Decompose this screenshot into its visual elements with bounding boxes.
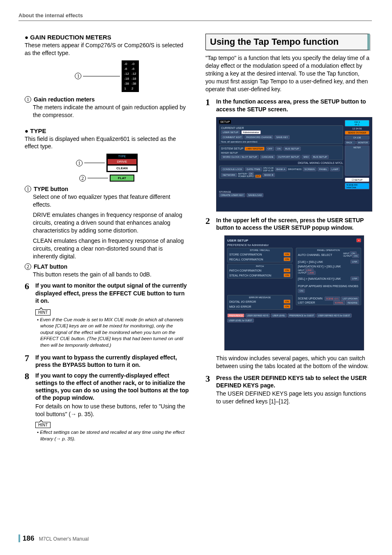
- type-callout-2: 2 FLAT button: [25, 263, 189, 270]
- type-heading: TYPE: [25, 127, 189, 134]
- step-2-text: In the upper left of the screen, press t…: [216, 216, 370, 231]
- hint-label-1: HINT: [35, 309, 51, 315]
- callout-1-number-type: 1: [25, 186, 31, 192]
- gain-reduction-intro: These meters appear if Comp276/S or Comp…: [25, 41, 189, 57]
- header-rule: [18, 21, 372, 21]
- gr-callout-1-title: Gain reduction meters: [34, 96, 95, 103]
- gain-reduction-heading: GAIN REDUCTION METERS: [25, 34, 189, 41]
- callout-1-icon-type: 1: [76, 160, 83, 166]
- hint-1-text: • Even if the Cue mode is set to MIX CUE…: [40, 317, 185, 349]
- step-3-text: Press the USER DEFINED KEYS tab to selec…: [216, 374, 370, 389]
- type-figure: 1 TYPE DRIVE CLEAN 2 FLAT: [25, 154, 189, 182]
- leader-line: [84, 163, 105, 163]
- right-column: Using the Tap Tempo function "Tap tempo"…: [205, 34, 370, 442]
- step-7: 7 If you want to bypass the currently di…: [25, 354, 189, 368]
- type-c1-body2: DRIVE emulates changes in frequency resp…: [33, 211, 189, 235]
- section-heading: Using the Tap Tempo function: [205, 34, 370, 50]
- type-c2-title: FLAT button: [34, 263, 67, 270]
- step-6-number: 6: [25, 282, 32, 304]
- manual-title: M7CL Owner's Manual: [39, 536, 89, 542]
- step-1: 1 In the function access area, press the…: [205, 98, 370, 113]
- callout-2-number-type: 2: [25, 263, 31, 270]
- type-c1-title: TYPE button: [34, 186, 68, 192]
- running-head: About the internal effects: [18, 12, 83, 18]
- step-1-number: 1: [205, 98, 213, 113]
- type-c1-body1: Select one of two equalizer types that f…: [33, 193, 189, 209]
- step-8: 8 If you want to copy the currently-disp…: [25, 372, 189, 402]
- user-setup-screenshot: USER SETUP × PREFERENCE for Administrato…: [224, 235, 364, 350]
- step-6-text: If you want to monitor the output signal…: [35, 282, 189, 304]
- gr-callout-1-body: The meters indicate the amount of gain r…: [33, 104, 189, 119]
- gr-meter-graphic: -0 -6 -12 -18 -38 1 -0 -6 -12 -18 -38 2: [122, 60, 138, 92]
- step-7-number: 7: [25, 354, 32, 368]
- flat-button-graphic: FLAT: [110, 175, 134, 182]
- content-columns: GAIN REDUCTION METERS These meters appea…: [25, 34, 370, 442]
- after-ss2-text: This window includes several pages, whic…: [216, 355, 370, 370]
- step-2-number: 2: [205, 216, 213, 231]
- left-column: GAIN REDUCTION METERS These meters appea…: [25, 34, 189, 442]
- callout-2-icon-type: 2: [79, 175, 86, 182]
- type-box-graphic: TYPE DRIVE CLEAN: [106, 154, 138, 172]
- step-3-body: The USER DEFINED KEYS page lets you assi…: [216, 390, 370, 405]
- type-callout-1: 1 TYPE button: [25, 186, 189, 192]
- step-2: 2 In the upper left of the screen, press…: [205, 216, 370, 231]
- hint-2-text: • Effect settings can be stored and reca…: [40, 429, 185, 442]
- gain-reduction-figure: 1 -0 -6 -12 -18 -38 1 -0 -6 -12: [25, 60, 189, 92]
- clean-button-graphic: CLEAN: [108, 166, 136, 171]
- step-6: 6 If you want to monitor the output sign…: [25, 282, 189, 304]
- step-1-text: In the function access area, press the S…: [216, 98, 370, 113]
- callout-leader-line: [83, 76, 120, 76]
- section-intro: "Tap tempo" is a function that lets you …: [205, 54, 370, 93]
- type-intro: This field is displayed when Equalizer60…: [25, 135, 189, 151]
- type-c2-body: This button resets the gain of all bands…: [33, 271, 189, 279]
- step-8-text: If you want to copy the currently-displa…: [35, 372, 189, 402]
- setup-screenshot: SETUP CURRENT USER USER SETUP Administra…: [216, 117, 372, 212]
- step-8-body: For details on how to use these buttons,…: [35, 403, 189, 418]
- page-number: 186: [18, 534, 34, 542]
- drive-button-graphic: DRIVE: [108, 159, 136, 164]
- gr-callout-1: 1 Gain reduction meters: [25, 96, 189, 103]
- step-8-number: 8: [25, 372, 32, 402]
- callout-1-icon: 1: [75, 73, 81, 79]
- leader-line: [88, 178, 108, 178]
- step-3: 3 Press the USER DEFINED KEYS tab to sel…: [205, 374, 370, 389]
- hint-label-2: HINT: [35, 422, 51, 428]
- callout-1-number: 1: [25, 96, 31, 103]
- step-3-number: 3: [205, 374, 213, 389]
- type-c1-body3: CLEAN emulates changes in frequency resp…: [33, 237, 189, 260]
- page-footer: 186 M7CL Owner's Manual: [18, 534, 89, 543]
- step-7-text: If you want to bypass the currently disp…: [35, 354, 189, 368]
